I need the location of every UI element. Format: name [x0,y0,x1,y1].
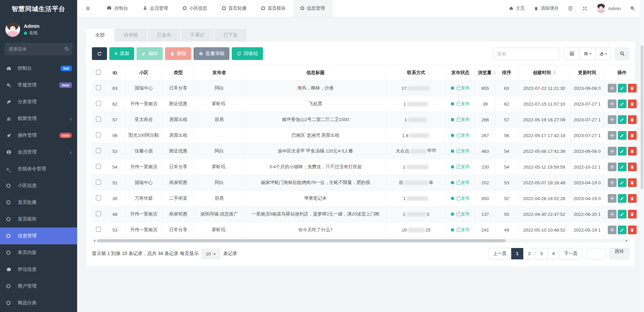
horizontal-scrollbar-thumb[interactable] [97,239,506,242]
recycle-bin-button[interactable]: 回收站 [232,47,263,60]
row-delete-button[interactable] [628,84,637,92]
tab-0[interactable]: 全部 [86,29,114,42]
tab-3[interactable]: 不通过 [181,29,213,42]
next-page-button[interactable]: 下一页 [559,248,583,259]
row-delete-button[interactable] [628,226,637,234]
row-delete-button[interactable] [628,194,637,203]
page-scrollbar-thumb[interactable] [641,45,643,189]
row-move-button[interactable] [608,210,616,219]
sidebar-item-4[interactable]: 插件管理new [0,127,77,144]
row-delete-button[interactable] [628,115,637,124]
row-move-button[interactable] [608,163,616,171]
jump-button[interactable]: 跳转 [609,248,629,259]
page-button-4[interactable]: 4 [547,248,560,259]
row-delete-button[interactable] [628,178,637,187]
delete-button[interactable]: 删除 [165,47,191,60]
menu-search-input[interactable] [5,43,72,55]
sidebar-item-11[interactable]: 单页内容 [0,244,77,261]
select-all-checkbox[interactable] [96,70,101,75]
topnav-item-1[interactable]: 会员管理 [136,0,175,17]
row-checkbox[interactable] [96,101,101,106]
topnav-item-3[interactable]: 首页轮播 [215,0,254,17]
topnav-item-4[interactable]: 首页模块 [254,0,293,17]
sidebar-item-6[interactable]: >_在线命令管理 [0,161,77,177]
row-edit-button[interactable] [618,115,627,124]
search-submit-button[interactable] [615,48,629,60]
tab-1[interactable]: 待审核 [115,29,147,42]
file-icon-button[interactable] [568,6,573,11]
row-edit-button[interactable] [618,131,627,140]
sidebar-item-13[interactable]: 商户管理 [0,278,77,295]
row-edit-button[interactable] [618,100,627,108]
topnav-item-5[interactable]: 信息管理 [293,0,332,17]
row-delete-button[interactable] [628,163,637,171]
topnav-item-2[interactable]: 小区信息 [175,0,215,17]
row-move-button[interactable] [608,84,616,92]
row-move-button[interactable] [608,194,616,203]
row-edit-button[interactable] [618,147,627,155]
batch-audit-button[interactable]: 批量审核 [194,47,229,60]
avatar[interactable] [5,22,20,37]
export-button[interactable]: ▾ [595,48,610,60]
row-checkbox[interactable] [96,132,101,137]
tab-2[interactable]: 已发布 [148,29,180,42]
row-checkbox[interactable] [96,227,101,232]
sidebar-item-10[interactable]: 信息管理 [0,228,77,244]
menu-toggle-icon[interactable]: ≡ [86,4,90,12]
table-search-input[interactable] [493,48,559,60]
page-size-select[interactable]: 10 ▲ [202,249,220,259]
edit-button[interactable]: 编辑 [137,47,163,60]
row-edit-button[interactable] [618,84,627,92]
column-header[interactable]: 创建时间 [518,65,571,80]
scroll-right-icon[interactable]: ► [625,239,628,243]
row-move-button[interactable] [608,100,616,108]
add-button[interactable]: + 添加 [109,47,134,60]
row-edit-button[interactable] [618,194,627,203]
row-move-button[interactable] [608,115,616,124]
row-move-button[interactable] [608,178,616,187]
sidebar-item-7[interactable]: 小区信息 [0,177,77,194]
row-delete-button[interactable] [628,131,637,140]
column-header[interactable]: 浏览量 [475,65,495,80]
refresh-button[interactable] [92,47,107,60]
row-checkbox[interactable] [96,164,101,169]
tab-4[interactable]: 已下架 [214,29,247,42]
sidebar-item-12[interactable]: 评论信息 [0,261,77,278]
sidebar-item-0[interactable]: 控制台hot [0,60,77,77]
page-button-3[interactable]: 3 [535,248,548,259]
row-edit-button[interactable] [618,178,627,187]
sidebar-item-5[interactable]: 会员管理‹ [0,144,77,161]
prev-page-button[interactable]: 上一页 [488,248,512,259]
horizontal-scrollbar[interactable]: ◄ ► [92,239,629,243]
sidebar-item-2[interactable]: 分类管理 [0,93,77,110]
fullscreen-button[interactable] [582,6,587,11]
columns-button[interactable]: ▾ [580,48,595,60]
row-delete-button[interactable] [628,100,637,108]
page-scrollbar[interactable] [640,0,644,312]
sidebar-item-3[interactable]: 权限管理‹ [0,110,77,127]
row-move-button[interactable] [608,131,616,140]
row-move-button[interactable] [608,147,616,155]
row-checkbox[interactable] [96,195,101,200]
detail-view-button[interactable] [564,48,580,60]
page-button-1[interactable]: 1 [511,248,524,259]
row-edit-button[interactable] [618,210,627,219]
topbar-user[interactable]: Admin [596,4,621,13]
clear-cache-link[interactable]: 清除缓存 [534,5,559,11]
sidebar-item-14[interactable]: 商品分类 [0,295,77,311]
page-button-2[interactable]: 2 [523,248,536,259]
topnav-item-0[interactable]: 控制台 [99,0,136,17]
row-edit-button[interactable] [618,226,627,234]
home-link[interactable]: 主页 [509,5,525,11]
row-checkbox[interactable] [96,180,101,185]
row-delete-button[interactable] [628,210,637,219]
row-move-button[interactable] [608,226,616,234]
jump-page-input[interactable] [587,248,606,259]
sidebar-item-9[interactable]: 首页模块 [0,211,77,228]
row-edit-button[interactable] [618,163,627,171]
row-checkbox[interactable] [96,117,101,122]
settings-button[interactable] [630,6,635,11]
scroll-left-icon[interactable]: ◄ [93,239,96,243]
sidebar-item-8[interactable]: 首页轮播 [0,194,77,211]
sidebar-item-1[interactable]: 常规管理new [0,77,77,93]
